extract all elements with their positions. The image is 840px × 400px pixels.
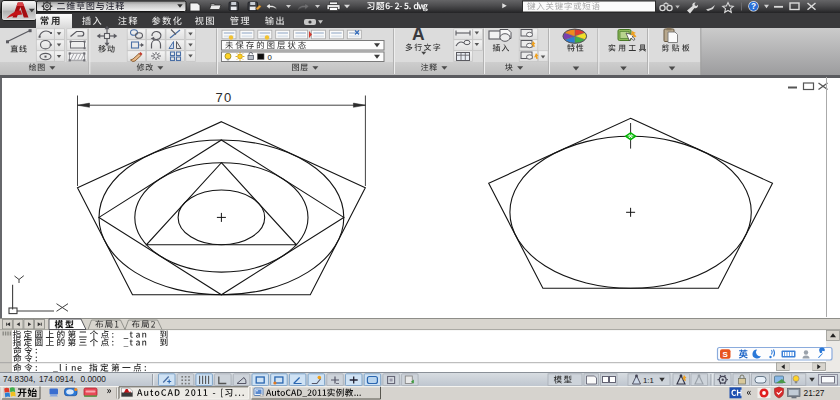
svg-text:0.0000: 0.0000 (81, 374, 107, 384)
svg-text:1:1: 1:1 (643, 376, 654, 385)
svg-text:21:27: 21:27 (804, 388, 825, 398)
svg-text:S: S (723, 350, 729, 359)
svg-text:174.0914,: 174.0914, (39, 374, 76, 384)
svg-text:0: 0 (268, 53, 273, 62)
svg-text:?: ? (751, 2, 756, 11)
svg-text:A: A (412, 24, 425, 44)
svg-text:74.8304,: 74.8304, (3, 374, 35, 384)
svg-text:70: 70 (216, 90, 233, 105)
